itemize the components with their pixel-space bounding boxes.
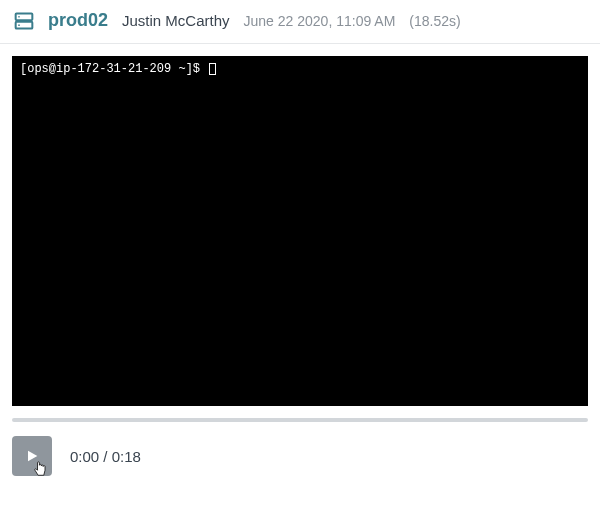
svg-point-3 xyxy=(18,24,20,26)
time-display: 0:00 / 0:18 xyxy=(70,448,141,465)
server-icon xyxy=(14,11,34,31)
play-icon xyxy=(24,448,40,464)
player-controls: 0:00 / 0:18 xyxy=(0,418,600,476)
svg-point-2 xyxy=(18,16,20,18)
session-timestamp: June 22 2020, 11:09 AM xyxy=(244,13,396,29)
total-time: 0:18 xyxy=(112,448,141,465)
play-button[interactable] xyxy=(12,436,52,476)
session-header: prod02 Justin McCarthy June 22 2020, 11:… xyxy=(0,0,600,44)
terminal-cursor xyxy=(209,63,216,75)
terminal-container: [ops@ip-172-31-21-209 ~]$ xyxy=(0,44,600,418)
play-bar: 0:00 / 0:18 xyxy=(12,422,588,476)
progress-bar[interactable] xyxy=(12,418,588,422)
terminal-prompt: [ops@ip-172-31-21-209 ~]$ xyxy=(20,62,207,76)
server-name[interactable]: prod02 xyxy=(48,10,108,31)
session-duration: (18.52s) xyxy=(409,13,460,29)
current-time: 0:00 xyxy=(70,448,99,465)
terminal-output: [ops@ip-172-31-21-209 ~]$ xyxy=(12,56,588,406)
user-name: Justin McCarthy xyxy=(122,12,230,29)
time-separator: / xyxy=(99,448,112,465)
